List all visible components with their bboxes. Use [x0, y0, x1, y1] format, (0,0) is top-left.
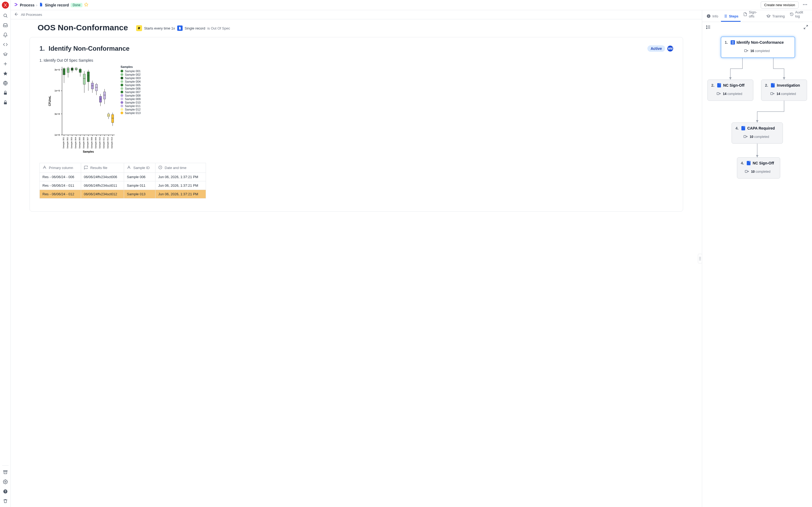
svg-point-0: [4, 14, 7, 17]
archive-icon[interactable]: [1, 468, 10, 476]
svg-text:Sample 009: Sample 009: [95, 137, 97, 148]
breadcrumb-process[interactable]: Process: [20, 3, 34, 7]
table-row[interactable]: Res - 06/06/24 - 00606/06/24ffv234sct006…: [40, 173, 206, 181]
numbered-list-icon[interactable]: 12: [706, 25, 711, 30]
lock-icon[interactable]: [1, 89, 10, 97]
svg-text:Sample 002: Sample 002: [66, 137, 69, 148]
breadcrumb-record[interactable]: Single record: [45, 3, 69, 7]
svg-text:NC Sign-Off: NC Sign-Off: [753, 161, 774, 165]
svg-text:1e+8: 1e+8: [54, 133, 60, 136]
flow-node[interactable]: 1.Identify Non-Conformance16 completed: [721, 37, 795, 58]
svg-point-8: [803, 4, 804, 5]
page-title: OOS Non-Conformance: [38, 23, 128, 32]
trash-icon[interactable]: [1, 497, 10, 505]
svg-text:Sample 003: Sample 003: [70, 137, 73, 148]
flow-node[interactable]: 2.NC Sign-Off14 completed: [708, 80, 753, 101]
attachment-icon: [84, 165, 88, 170]
doc-icon: [177, 25, 183, 31]
svg-rect-130: [771, 83, 775, 88]
trigger-record: Single record: [185, 26, 205, 30]
step-card: 1. Identify Non-Conformance Active WM 1.…: [30, 37, 683, 212]
help-icon[interactable]: ?: [1, 487, 10, 496]
assignee-avatar[interactable]: WM: [667, 46, 673, 52]
svg-rect-67: [91, 83, 93, 89]
back-arrow-icon[interactable]: [14, 12, 19, 17]
svg-text:Identify Non-Conformance: Identify Non-Conformance: [737, 40, 784, 45]
chart-legend: SamplesSample 001Sample 002Sample 003Sam…: [120, 65, 141, 154]
svg-text:Sample 007: Sample 007: [87, 137, 89, 148]
side-panel: Info Steps Sign-offs Training: [702, 10, 812, 507]
step-title: Identify Non-Conformance: [49, 45, 130, 52]
svg-text:Samples: Samples: [83, 150, 94, 153]
svg-rect-136: [742, 126, 745, 130]
star-toggle[interactable]: [84, 2, 88, 7]
lock-icon-2[interactable]: [1, 98, 10, 107]
svg-rect-43: [75, 68, 77, 70]
svg-text:4.: 4.: [735, 126, 739, 130]
svg-text:Sample 010: Sample 010: [99, 137, 101, 148]
inbox-icon[interactable]: [1, 21, 10, 30]
svg-rect-124: [717, 83, 721, 88]
process-icon: [14, 2, 18, 7]
globe-icon[interactable]: [1, 79, 10, 88]
table-row[interactable]: Res - 06/06/24 - 01106/06/24ffv234sct011…: [40, 181, 206, 190]
expand-icon[interactable]: [803, 25, 808, 30]
svg-text:Sample 008: Sample 008: [91, 137, 93, 148]
svg-text:3e+9: 3e+9: [54, 68, 60, 71]
text-icon: [42, 165, 47, 170]
svg-rect-4: [3, 470, 7, 471]
svg-text:1e+9: 1e+9: [54, 89, 60, 92]
clock-icon: [158, 165, 162, 170]
svg-rect-61: [87, 72, 89, 82]
flow-node[interactable]: 4.CAPA Required10 completed: [732, 123, 783, 144]
topbar: Process › Single record Done Create new …: [11, 0, 812, 10]
app-logo[interactable]: [2, 2, 9, 9]
svg-point-102: [699, 257, 700, 258]
back-link[interactable]: All Processes: [21, 13, 42, 17]
table-header[interactable]: Sample ID: [124, 163, 155, 173]
gear-icon[interactable]: [1, 477, 10, 486]
svg-text:1: 1: [706, 25, 708, 27]
table-header[interactable]: Date and time: [155, 163, 206, 173]
search-icon[interactable]: [1, 11, 10, 20]
table-header[interactable]: Results file: [81, 163, 124, 173]
svg-text:Sample 013: Sample 013: [111, 137, 113, 148]
panel-drag-handle[interactable]: [698, 254, 702, 264]
svg-rect-49: [79, 69, 81, 73]
code-icon[interactable]: [1, 40, 10, 49]
tab-training[interactable]: Training: [764, 11, 787, 22]
svg-rect-128: [761, 80, 807, 101]
table-row[interactable]: Res - 06/06/24 - 01206/06/24ffv234sct012…: [40, 190, 206, 199]
star-icon[interactable]: [1, 69, 10, 78]
tab-steps[interactable]: Steps: [721, 11, 741, 22]
svg-rect-79: [99, 96, 101, 102]
results-table: Primary columnResults fileSample IDDate …: [40, 163, 206, 199]
bell-icon[interactable]: [1, 31, 10, 39]
trigger-prefix: Starts every time 1x: [144, 26, 175, 30]
tab-info[interactable]: Info: [704, 11, 720, 22]
text-icon: [127, 165, 131, 170]
svg-rect-55: [83, 74, 85, 84]
flow-node[interactable]: 4.NC Sign-Off10 completed: [737, 158, 780, 178]
table-header[interactable]: Primary column: [40, 163, 81, 173]
education-icon[interactable]: [1, 50, 10, 58]
svg-rect-3: [4, 102, 7, 104]
svg-text:CAPA Required: CAPA Required: [747, 126, 775, 130]
svg-text:Sample 001: Sample 001: [62, 137, 65, 148]
substep-title: 1. Identify Out Of Spec Samples: [40, 58, 673, 62]
svg-point-105: [700, 258, 701, 259]
plus-icon[interactable]: [1, 60, 10, 68]
svg-rect-2: [4, 93, 7, 95]
svg-text:Sample 012: Sample 012: [107, 137, 109, 148]
svg-point-10: [806, 4, 807, 5]
svg-rect-31: [67, 68, 69, 72]
svg-point-110: [708, 15, 709, 15]
tab-audit-log[interactable]: Audit log: [788, 7, 810, 22]
bolt-icon: [136, 25, 142, 31]
flow-node[interactable]: 2.Investigation14 completed: [761, 80, 807, 101]
svg-rect-142: [747, 161, 751, 165]
tab-signoffs[interactable]: Sign-offs: [741, 7, 764, 22]
svg-text:16 completed: 16 completed: [751, 49, 770, 53]
svg-text:NC Sign-Off: NC Sign-Off: [723, 83, 745, 88]
left-rail: ?: [0, 0, 11, 507]
